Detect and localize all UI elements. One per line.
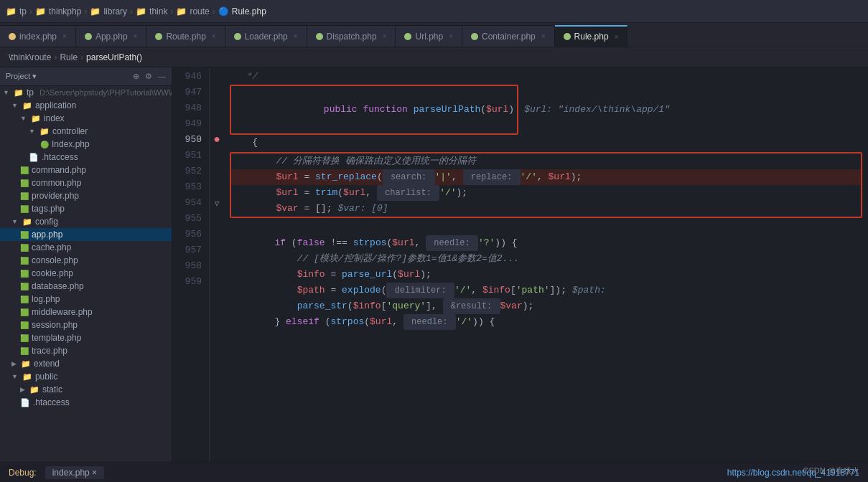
tab-index-php[interactable]: index.php × [0,25,76,47]
tab-close-loader-php[interactable]: × [294,32,298,40]
sidebar-item-template[interactable]: 🟩 template.php [0,331,172,344]
folder-icon-index: 📁 [31,114,41,123]
tab-close-container-php[interactable]: × [541,32,546,40]
ln-955: 955 [172,211,202,227]
sidebar-item-project-root[interactable]: ▼ 📁 tp D:\Server\phpstudy\PHPTutorial\WW… [0,86,172,99]
sync-icon[interactable]: ⊕ [133,72,139,81]
php-icon-middleware: 🟩 [20,308,29,316]
sidebar-item-application[interactable]: ▼ 📁 application [0,99,172,112]
tab-container-php[interactable]: Container.php × [462,25,555,47]
tab-close-app-php[interactable]: × [134,32,138,40]
sidebar-item-provider[interactable]: 🟩 provider.php [0,189,172,202]
sidebar-item-common[interactable]: 🟩 common.php [0,176,172,189]
code-952-hint: $var: [0] [337,201,388,217]
hint-search: search: [383,169,435,185]
tab-close-route-php[interactable]: × [212,32,216,40]
ln-951: 951 [172,148,202,164]
sidebar-item-tags[interactable]: 🟩 tags.php [0,202,172,215]
sidebar-item-cache[interactable]: 🟩 cache.php [0,241,172,254]
tab-label-loader-php: Loader.php [245,32,288,42]
code-947-function: function [363,104,413,115]
tab-rule-php[interactable]: Rule.php × [555,25,628,47]
sidebar-item-htaccess-2[interactable]: 📄 .htaccess [0,396,172,409]
code-946-text: */ [230,69,258,85]
breadcrumb-route: 📁 [176,6,187,16]
sidebar-title: Project ▾ [6,72,37,81]
folder-icon-application: 📁 [22,101,32,110]
code-line-955: // [模块/控制器/操作?]参数1=值1&参数2=值2... [230,251,862,267]
debug-tab[interactable]: index.php × [45,466,104,479]
sidebar-label-log: log.php [32,294,60,304]
code-949-comment: // 分隔符替换 确保路由定义使用统一的分隔符 [231,153,476,169]
breadcrumb-tp-label: tp [19,6,27,16]
tab-icon-index-php [9,33,16,40]
code-line-950: $url = str_replace ( search: '|' , repla… [231,169,861,185]
tab-icon-url-php [404,33,411,40]
code-editor[interactable]: */ public function parseUrlPath($url) $u… [224,67,868,462]
sidebar-item-console[interactable]: 🟩 console.php [0,254,172,267]
sidebar-label-index: index [44,113,65,123]
sidebar-item-app-php[interactable]: 🟩 app.php [0,228,172,241]
chevron-controller: ▼ [29,128,35,135]
sidebar-label-controller: controller [52,126,88,136]
tab-dispatch-php[interactable]: Dispatch.php × [307,25,396,47]
tab-close-dispatch-php[interactable]: × [383,32,387,40]
sidebar-item-public[interactable]: ▼ 📁 public [0,370,172,383]
tab-loader-php[interactable]: Loader.php × [225,25,307,47]
minus-icon[interactable]: — [158,72,166,81]
ln-957: 957 [172,242,202,258]
tooltip-red-box: // 分隔符替换 确保路由定义使用统一的分隔符 $url = str_repla… [230,152,862,218]
sidebar-item-extend[interactable]: ▶ 📁 extend [0,357,172,370]
tab-app-php[interactable]: App.php × [76,25,147,47]
sidebar-label-indexphp: Index.php [52,139,90,149]
sidebar-item-log[interactable]: 🟩 log.php [0,293,172,306]
php-icon-template: 🟩 [20,334,29,342]
sidebar-label-provider: provider.php [32,191,79,201]
sidebar-label-trace: trace.php [32,346,67,356]
title-breadcrumb: 📁 tp › 📁 thinkphp › 📁 library › 📁 think … [6,6,266,16]
chevron-icon: ▼ [3,89,9,96]
php-icon-trace: 🟩 [20,347,29,355]
debug-text: Debug: [9,468,37,478]
sidebar-label-static: static [42,384,62,394]
sidebar-item-htaccess-1[interactable]: 📄 .htaccess [0,151,172,164]
ln-959: 959 [172,274,202,290]
sidebar-item-static[interactable]: ▶ 📁 static [0,383,172,396]
settings-icon[interactable]: ⚙ [145,72,152,81]
tab-icon-app-php [85,33,92,40]
sidebar-item-config[interactable]: ▼ 📁 config [0,215,172,228]
tab-label-url-php: Url.php [415,32,443,42]
hint-needle-954: needle: [426,235,478,251]
tab-close-url-php[interactable]: × [449,32,453,40]
php-icon-session: 🟩 [20,321,29,329]
sidebar-item-command[interactable]: 🟩 command.php [0,164,172,176]
sidebar-item-cookie[interactable]: 🟩 cookie.php [0,267,172,280]
sidebar-item-index[interactable]: ▼ 📁 index [0,112,172,125]
php-icon-app: 🟩 [20,231,29,239]
gutter-954: ▽ [215,195,220,211]
path-rule: Rule [60,52,78,62]
hint-delimiter: delimiter: [386,283,454,298]
debug-label: Debug: [9,468,37,478]
tab-route-php[interactable]: Route.php × [146,25,225,47]
chevron-index: ▼ [20,115,27,122]
tab-close-rule-php[interactable]: × [615,33,619,41]
tab-close-index-php[interactable]: × [62,32,67,40]
sidebar-item-session[interactable]: 🟩 session.php [0,318,172,331]
ln-949: 949 [172,116,202,132]
main-layout: Project ▾ ⊕ ⚙ — ▼ 📁 tp D:\Server\phpstud… [0,67,868,462]
sidebar-label-cache: cache.php [32,242,71,252]
tab-icon-container-php [471,33,478,40]
code-line-953 [230,219,862,235]
sidebar-item-controller[interactable]: ▼ 📁 controller [0,125,172,138]
folder-icon-public: 📁 [22,372,32,382]
code-container[interactable]: 946 947 948 949 950 951 952 953 954 955 … [172,67,868,462]
tab-label-container-php: Container.php [482,32,536,42]
sidebar-label-common: common.php [32,178,81,188]
sidebar-item-middleware[interactable]: 🟩 middleware.php [0,306,172,318]
sidebar-item-trace[interactable]: 🟩 trace.php [0,344,172,357]
folder-icon-controller: 📁 [39,127,50,136]
sidebar-item-index-php[interactable]: 🟢 Index.php [0,138,172,151]
sidebar-item-database[interactable]: 🟩 database.php [0,280,172,293]
tab-url-php[interactable]: Url.php × [396,25,462,47]
